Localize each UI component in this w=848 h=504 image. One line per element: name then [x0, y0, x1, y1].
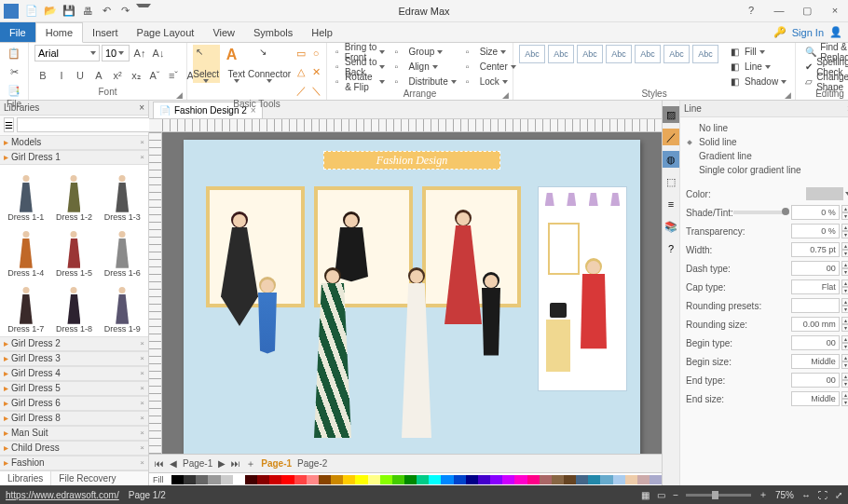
page-tab-2[interactable]: Page-2 — [297, 458, 327, 469]
color-swatch[interactable] — [806, 187, 843, 200]
lib-item-dress-1-5[interactable]: Dress 1-5 — [51, 224, 98, 278]
zoom-out-icon[interactable]: − — [673, 490, 678, 500]
color-swatch-22[interactable] — [441, 475, 453, 484]
libcat-girl-dress-4[interactable]: ▸Girl Dress 4× — [0, 366, 148, 381]
color-swatch-30[interactable] — [540, 475, 552, 484]
color-swatch-37[interactable] — [625, 475, 637, 484]
value-input[interactable]: 00 — [791, 261, 840, 276]
style-shadow[interactable]: ◧Shadow — [728, 75, 789, 89]
zoom-level[interactable]: 75% — [775, 490, 794, 500]
print-icon[interactable]: 🖶 — [80, 4, 95, 19]
view-mode-icon[interactable]: ▦ — [641, 490, 650, 500]
lib-item-dress-1-4[interactable]: Dress 1-4 — [3, 224, 49, 278]
grow-font-icon[interactable]: A↑ — [131, 45, 148, 61]
style-chip-0[interactable]: Abc — [519, 45, 545, 63]
page[interactable]: Fashion Design — [184, 140, 640, 454]
shape-mini-5[interactable]: ＼ — [308, 82, 324, 99]
libcat-girl-dress-5[interactable]: ▸Girl Dress 5× — [0, 381, 148, 396]
user-icon[interactable]: 👤 — [829, 26, 842, 38]
page-nav-first[interactable]: ⏮ — [155, 458, 164, 469]
color-swatch-0[interactable] — [171, 475, 184, 484]
color-swatch-19[interactable] — [404, 475, 417, 484]
presentation-icon[interactable]: ▭ — [657, 490, 665, 500]
font-btn-6[interactable]: Aˇ — [146, 67, 163, 84]
lib-item-dress-1-1[interactable]: Dress 1-1 — [3, 168, 49, 222]
value-input[interactable]: 0.00 mm — [791, 317, 840, 332]
library-menu-icon[interactable]: ☰ — [4, 117, 14, 132]
value-input[interactable]: 00 — [791, 373, 840, 388]
close-button[interactable]: × — [826, 5, 844, 17]
model-green-stripe[interactable] — [314, 270, 351, 438]
color-swatch-10[interactable] — [294, 475, 307, 484]
model-blue[interactable] — [249, 279, 286, 438]
color-swatch-4[interactable] — [221, 475, 233, 484]
color-swatch-29[interactable] — [527, 475, 540, 484]
styles-dialog-icon[interactable]: ◢ — [785, 90, 791, 100]
open-icon[interactable]: 📂 — [43, 4, 58, 19]
color-swatch-15[interactable] — [355, 475, 367, 484]
fit-width-icon[interactable]: ↔ — [801, 490, 811, 500]
value-input[interactable]: 0.75 pt — [791, 242, 840, 257]
tab-help[interactable]: Help — [302, 22, 342, 42]
color-swatch-18[interactable] — [392, 475, 404, 484]
copy-icon[interactable]: 📑 — [6, 82, 22, 99]
libcat-child-dress[interactable]: ▸Child Dress× — [0, 441, 148, 456]
font-btn-1[interactable]: I — [53, 67, 70, 84]
color-swatch-24[interactable] — [466, 475, 478, 484]
color-swatch-9[interactable] — [281, 475, 294, 484]
text-tool[interactable]: AText — [224, 45, 251, 83]
tab-page-layout[interactable]: Page Layout — [128, 22, 204, 42]
zoom-in-icon[interactable]: ＋ — [759, 488, 768, 501]
signin-icon[interactable]: 🔑 — [773, 26, 786, 38]
lib-item-dress-1-6[interactable]: Dress 1-6 — [99, 224, 145, 278]
shape-mini-3[interactable]: ✕ — [308, 63, 324, 80]
style-chip-1[interactable]: Abc — [548, 45, 574, 63]
fit-page-icon[interactable]: ⛶ — [818, 490, 827, 500]
libcat-girl-dress-6[interactable]: ▸Girl Dress 6× — [0, 396, 148, 411]
tab-home[interactable]: Home — [35, 22, 83, 43]
color-swatch-21[interactable] — [429, 475, 441, 484]
value-input[interactable]: Middle — [791, 391, 840, 406]
arrange-size[interactable]: ▫Size — [463, 45, 519, 59]
connector-tool[interactable]: ↘Connector — [253, 45, 285, 83]
arrange-dialog-icon[interactable]: ◢ — [502, 90, 509, 100]
style-fill[interactable]: ◧Fill — [728, 45, 789, 59]
zoom-slider[interactable] — [686, 494, 751, 497]
font-dialog-icon[interactable]: ◢ — [176, 90, 183, 100]
linetype-no-line[interactable]: No line — [686, 121, 848, 135]
shrink-font-icon[interactable]: A↓ — [150, 45, 167, 61]
color-swatch-23[interactable] — [454, 475, 466, 484]
style-line[interactable]: ◧Line — [728, 60, 789, 74]
color-swatch-31[interactable] — [552, 475, 564, 484]
linetype-single-color-gradient-line[interactable]: Single color gradient line — [686, 163, 848, 177]
rstrip-align-icon[interactable]: ≡ — [663, 196, 679, 212]
select-tool[interactable]: ↖Select — [193, 45, 220, 83]
libtab-libraries[interactable]: Libraries — [0, 471, 51, 485]
rstrip-fill-icon[interactable]: ▨ — [663, 106, 679, 123]
font-btn-3[interactable]: A — [90, 67, 107, 84]
lib-item-dress-1-2[interactable]: Dress 1-2 — [51, 168, 98, 222]
page-add[interactable]: ＋ — [246, 457, 255, 470]
color-swatch-7[interactable] — [257, 475, 269, 484]
linetype-solid-line[interactable]: Solid line — [686, 135, 848, 149]
tab-symbols[interactable]: Symbols — [244, 22, 302, 42]
color-swatch-2[interactable] — [196, 475, 208, 484]
tab-view[interactable]: View — [203, 22, 244, 42]
color-swatch-27[interactable] — [502, 475, 514, 484]
fullscreen-icon[interactable]: ⤢ — [835, 490, 842, 500]
page-nav-next[interactable]: ▶ — [218, 458, 226, 469]
arrange-center[interactable]: ▫Center — [463, 60, 519, 74]
handbag-icon[interactable] — [550, 303, 567, 318]
save-icon[interactable]: 💾 — [62, 4, 76, 19]
cut-icon[interactable]: ✂ — [6, 63, 22, 80]
model-black-boots[interactable] — [472, 275, 510, 438]
font-btn-5[interactable]: x₂ — [128, 67, 144, 84]
model-white-gown[interactable] — [398, 270, 435, 438]
lib-item-dress-1-7[interactable]: Dress 1-7 — [3, 279, 49, 334]
paste-icon[interactable]: 📋 — [6, 45, 22, 61]
font-family-combo[interactable]: Arial — [34, 45, 100, 61]
style-chip-6[interactable]: Abc — [692, 45, 718, 63]
font-size-combo[interactable]: 10 — [102, 45, 130, 61]
pedestal[interactable] — [546, 320, 570, 372]
lib-item-dress-1-3[interactable]: Dress 1-3 — [99, 168, 145, 222]
